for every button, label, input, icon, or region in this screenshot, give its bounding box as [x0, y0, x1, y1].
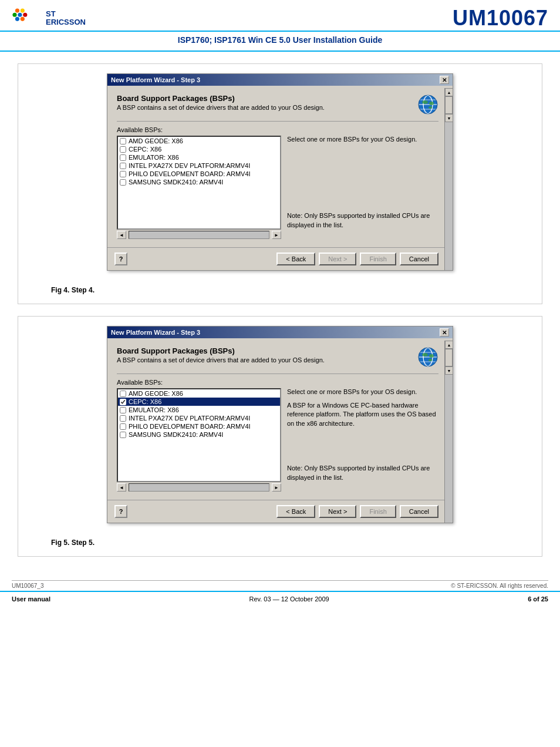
dialog-footer-fig4: ? < Back Next > Finish Cancel	[107, 247, 453, 270]
footer-manual-label: User manual	[12, 595, 50, 603]
svg-point-13	[422, 100, 428, 104]
back-button-fig4[interactable]: < Back	[276, 253, 315, 265]
bsp-item-0[interactable]: AMD GEODE: X86	[118, 137, 280, 145]
bsp-item-label-5: SAMSUNG SMDK2410: ARMV4I	[129, 179, 223, 186]
dialog-description-fig4: A BSP contains a set of device drivers t…	[117, 104, 325, 111]
right-desc-text-fig5: A BSP for a Windows CE PC-based hardware…	[287, 401, 438, 428]
separator-fig5	[117, 374, 438, 374]
svg-point-24	[429, 359, 432, 361]
svg-point-15	[429, 106, 432, 109]
cancel-button-fig4[interactable]: Cancel	[400, 253, 438, 265]
svg-point-2	[18, 13, 22, 17]
svg-point-1	[21, 9, 25, 13]
bsp-item-label-1: CEPC: X86	[129, 146, 161, 153]
footer-page: 6 of 25	[528, 595, 548, 603]
available-label-fig5: Available BSPs:	[117, 379, 438, 386]
dialog-header-text-fig4: Board Support Packages (BSPs) A BSP cont…	[117, 94, 325, 111]
page-header: ST ERICSSON UM10067	[0, 0, 560, 32]
dialog-fig4: ▲ ▼ New Platform Wizard - Step 3 ✕ Board…	[107, 73, 453, 271]
dialog-footer-fig5: ? < Back Next > Finish Cancel	[107, 500, 453, 523]
bsp-item-label-0: AMD GEODE: X86	[129, 390, 183, 397]
right-panel-wrapper-fig4: Select one or more BSPs for your OS desi…	[287, 136, 438, 230]
bsp-item-label-3: INTEL PXA27X DEV PLATFORM:ARMV4I	[129, 162, 250, 169]
doc-number: UM10067	[453, 6, 548, 31]
scroll-down-btn[interactable]: ▼	[445, 114, 453, 122]
svg-point-3	[23, 13, 27, 17]
scroll-right-fig5[interactable]: ►	[272, 483, 281, 492]
help-button-fig4[interactable]: ?	[114, 253, 127, 265]
finish-button-fig5[interactable]: Finish	[360, 505, 396, 518]
bsp-item-label-0: AMD GEODE: X86	[129, 137, 183, 144]
bsp-item-1[interactable]: CEPC: X86	[118, 145, 280, 153]
bsp-item-label-2: EMULATOR: X86	[129, 406, 179, 413]
dialog-fig5: ▲ ▼ New Platform Wizard - Step 3 ✕ Board…	[107, 326, 453, 523]
bsp-item-0[interactable]: AMD GEODE: X86	[118, 389, 280, 398]
scroll-right-fig4[interactable]: ►	[272, 231, 281, 239]
bsp-list-container-fig5: AMD GEODE: X86CEPC: X86EMULATOR: X86INTE…	[117, 388, 281, 492]
bsp-item-4[interactable]: PHILO DEVELOPMENT BOARD: ARMV4I	[118, 170, 280, 178]
available-label-fig4: Available BSPs:	[117, 126, 438, 133]
doc-subtitle: ISP1760; ISP1761 Win CE 5.0 User Install…	[0, 32, 560, 52]
separator-fig4	[117, 121, 438, 122]
bsp-scrollbar-area-fig4: ◄ ►	[117, 231, 281, 239]
bsp-item-4[interactable]: PHILO DEVELOPMENT BOARD: ARMV4I	[118, 422, 280, 430]
dialog-scrollbar[interactable]: ▲ ▼	[444, 88, 453, 270]
right-panel-wrapper-fig5: Select one or more BSPs for your OS desi…	[287, 388, 438, 482]
scroll-track-fig4	[129, 231, 269, 239]
svg-point-6	[15, 17, 19, 21]
bsp-list-container-fig4: AMD GEODE: X86CEPC: X86EMULATOR: X86INTE…	[117, 136, 281, 239]
footer-doc-line: UM10067_3 © ST-ERICSSON. All rights rese…	[12, 580, 548, 591]
bsp-item-label-2: EMULATOR: X86	[129, 154, 179, 161]
dialog-header-section-fig5: Board Support Packages (BSPs) A BSP cont…	[117, 346, 438, 368]
logo-area: ST ERICSSON	[12, 6, 86, 30]
back-button-fig5[interactable]: < Back	[276, 505, 315, 518]
st-ericsson-logo-icon	[12, 6, 41, 30]
bsp-item-label-4: PHILO DEVELOPMENT BOARD: ARMV4I	[129, 423, 251, 430]
next-button-fig4[interactable]: Next >	[319, 253, 356, 265]
scroll-track-fig5	[129, 483, 269, 492]
footer-doc-ref: UM10067_3	[12, 583, 43, 589]
finish-button-fig4[interactable]: Finish	[360, 253, 396, 265]
scroll-left-fig4[interactable]: ◄	[117, 231, 126, 239]
scroll-left-fig5[interactable]: ◄	[117, 483, 126, 492]
cancel-button-fig5[interactable]: Cancel	[400, 505, 438, 518]
dialog-title-text-fig5: New Platform Wizard - Step 3	[111, 329, 200, 336]
dialog-close-btn-fig4[interactable]: ✕	[440, 76, 449, 84]
bsp-item-1[interactable]: CEPC: X86	[118, 398, 280, 406]
dialog-close-btn-fig5[interactable]: ✕	[440, 328, 449, 337]
dialog-body-fig5: Board Support Packages (BSPs) A BSP cont…	[107, 338, 453, 500]
bsp-item-3[interactable]: INTEL PXA27X DEV PLATFORM:ARMV4I	[118, 161, 280, 170]
dialog-scrollbar-fig5[interactable]: ▲ ▼	[444, 341, 453, 523]
company-text: ST ERICSSON	[46, 10, 86, 27]
dialog-header-text-fig5: Board Support Packages (BSPs) A BSP cont…	[117, 346, 325, 364]
bsp-right-panel-fig4: Select one or more BSPs for your OS desi…	[287, 136, 438, 239]
globe-icon-fig4	[417, 94, 438, 115]
scroll-down-btn-fig5[interactable]: ▼	[445, 366, 453, 375]
bsp-item-3[interactable]: INTEL PXA27X DEV PLATFORM:ARMV4I	[118, 414, 280, 422]
bsp-item-5[interactable]: SAMSUNG SMDK2410: ARMV4I	[118, 430, 280, 439]
bsp-main-area-fig5: AMD GEODE: X86CEPC: X86EMULATOR: X86INTE…	[117, 388, 438, 492]
fig5-caption: Fig 5. Step 5.	[28, 534, 532, 547]
dialog-description-fig5: A BSP contains a set of device drivers t…	[117, 356, 325, 364]
bsp-item-label-4: PHILO DEVELOPMENT BOARD: ARMV4I	[129, 170, 251, 177]
fig4-caption: Fig 4. Step 4.	[28, 281, 532, 294]
scroll-thumb-fig5[interactable]	[445, 349, 453, 366]
svg-point-5	[21, 17, 25, 21]
svg-point-14	[429, 102, 434, 105]
scroll-up-btn-fig5[interactable]: ▲	[445, 341, 453, 349]
figure4-box: ▲ ▼ New Platform Wizard - Step 3 ✕ Board…	[18, 63, 542, 304]
bsp-item-5[interactable]: SAMSUNG SMDK2410: ARMV4I	[118, 178, 280, 186]
bsp-listbox-fig4[interactable]: AMD GEODE: X86CEPC: X86EMULATOR: X86INTE…	[117, 136, 281, 230]
bsp-item-label-1: CEPC: X86	[129, 398, 161, 405]
help-button-fig5[interactable]: ?	[114, 505, 127, 518]
bsp-item-2[interactable]: EMULATOR: X86	[118, 153, 280, 161]
bsp-item-label-5: SAMSUNG SMDK2410: ARMV4I	[129, 431, 223, 438]
next-button-fig5[interactable]: Next >	[319, 505, 356, 518]
svg-point-23	[429, 354, 434, 358]
bsp-item-2[interactable]: EMULATOR: X86	[118, 406, 280, 414]
bsp-listbox-fig5[interactable]: AMD GEODE: X86CEPC: X86EMULATOR: X86INTE…	[117, 388, 281, 482]
bsp-main-area-fig4: AMD GEODE: X86CEPC: X86EMULATOR: X86INTE…	[117, 136, 438, 239]
scroll-up-btn[interactable]: ▲	[445, 88, 453, 96]
scroll-thumb[interactable]	[445, 96, 453, 114]
dialog-title-text-fig4: New Platform Wizard - Step 3	[111, 76, 200, 83]
